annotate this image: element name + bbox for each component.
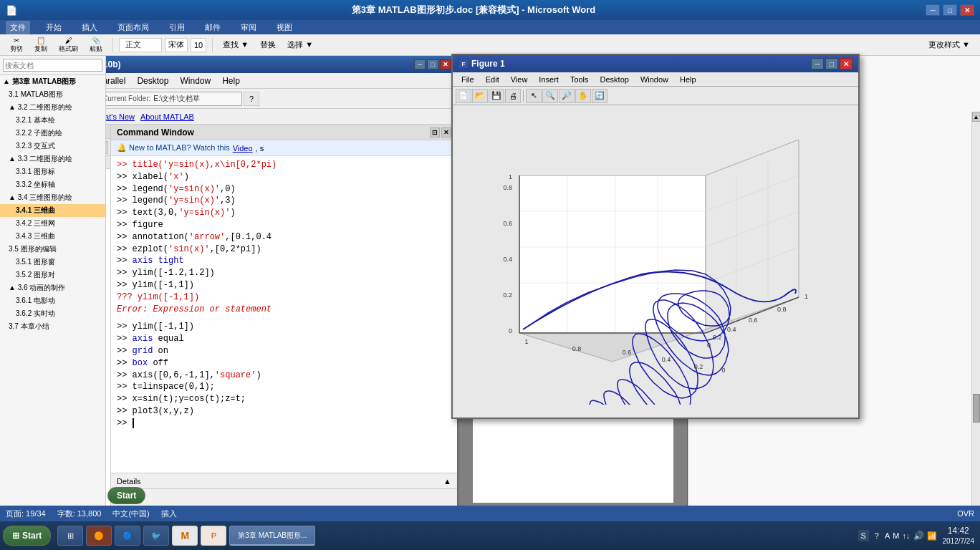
nav-item-3-3[interactable]: ▲ 3.3 二维图形的绘 [0,153,105,165]
nav-item-3-6[interactable]: ▲ 3.6 动画的制作 [0,281,105,294]
nav-item-3-4-2[interactable]: 3.4.2 三维网 [0,217,105,230]
nav-item-ch3[interactable]: ▲ 第3章 MATLAB图形 [0,75,105,88]
clock[interactable]: 14:42 2012/7/24 [940,526,978,546]
fig-tool-rotate[interactable]: 🔄 [592,89,607,103]
nav-item-3-2-3[interactable]: 3.2.3 交互式 [0,140,105,153]
nav-item-3-4-1[interactable]: 3.4.1 三维曲 [0,204,105,217]
fig-tool-cursor[interactable]: ↖ [526,89,542,103]
about-matlab-link[interactable]: About MATLAB [140,112,194,121]
word-tab-start[interactable]: 开始 [42,21,66,34]
taskbar-network-icon[interactable]: 📶 [927,531,937,541]
maximize-button[interactable]: □ [943,4,957,16]
word-toolbar-format[interactable]: 🖌格式刷 [54,35,82,55]
command-window-title: Command Window [117,127,194,138]
nav-item-3-3-2[interactable]: 3.3.2 坐标轴 [0,178,105,191]
app-icon: 📄 [6,5,17,16]
word-toolbar-paste[interactable]: 📎粘贴 [85,35,107,55]
fig-menu-file[interactable]: File [456,74,480,85]
nav-item-3-2-1[interactable]: 3.2.1 基本绘 [0,114,105,127]
word-tab-review[interactable]: 审阅 [236,21,261,34]
word-tab-file[interactable]: 文件 [6,21,30,34]
fig-menu-edit[interactable]: Edit [480,74,505,85]
scrollbar-thumb[interactable] [973,394,980,423]
close-button[interactable]: ✕ [960,4,974,16]
svg-text:0: 0 [707,342,711,349]
matlab-menu-desktop[interactable]: Desktop [131,74,174,87]
word-change-style-button[interactable]: 更改样式 ▼ [924,38,974,52]
fig-menu-window[interactable]: Window [635,74,674,85]
fig-menu-insert[interactable]: Insert [533,74,565,85]
word-tab-layout[interactable]: 页面布局 [113,21,153,34]
nav-item-3-5-2[interactable]: 3.5.2 图形对 [0,269,105,281]
cmd-expand-button[interactable]: ⊡ [430,127,440,138]
word-replace-button[interactable]: 替换 [256,38,280,52]
fig-menu-view[interactable]: View [505,74,534,85]
fig-tool-new[interactable]: 📄 [456,89,471,103]
figure-close-button[interactable]: ✕ [840,58,852,69]
nav-item-3-1[interactable]: 3.1 MATLAB图形 [0,88,105,101]
word-tab-mail[interactable]: 邮件 [201,21,225,34]
nav-item-3-2-2[interactable]: 3.2.2 子图的绘 [0,127,105,140]
word-tab-refs[interactable]: 引用 [165,21,189,34]
word-tab-view[interactable]: 视图 [272,21,297,34]
fig-tool-open[interactable]: 📂 [472,89,488,103]
fig-tool-zoom-out[interactable]: 🔎 [559,89,575,103]
taskbar-volume-icon[interactable]: 🔊 [913,531,924,541]
fig-menu-help[interactable]: Help [674,74,702,85]
nav-item-3-5[interactable]: 3.5 图形的编辑 [0,243,105,256]
svg-text:1: 1 [524,338,528,345]
nav-item-3-5-1[interactable]: 3.5.1 图形窗 [0,256,105,269]
nav-search-input[interactable] [3,59,102,72]
nav-item-3-2[interactable]: ▲ 3.2 二维图形的绘 [0,101,105,114]
minimize-button[interactable]: ─ [926,4,940,16]
taskbar-ime[interactable]: S [858,530,869,541]
cmd-line-2: >> xlabel('x') [117,171,451,183]
figure-min-button[interactable]: ─ [811,58,824,69]
fig-tool-zoom-in[interactable]: 🔍 [542,89,558,103]
matlab-min-button[interactable]: ─ [414,59,426,69]
nav-item-3-7[interactable]: 3.7 本章小结 [0,320,105,333]
figure-max-button[interactable]: □ [825,58,838,69]
cmd-close-button[interactable]: ✕ [441,127,451,138]
fig-menu-tools[interactable]: Tools [565,74,595,85]
cmd-line-5: >> text(3,0,'y=sin(x)') [117,207,451,219]
video-link[interactable]: Video [233,144,253,153]
taskbar-app-4[interactable]: 🐦 [143,526,169,546]
matlab-close-button[interactable]: ✕ [440,59,451,69]
taskbar-app-1[interactable]: ⊞ [57,526,83,546]
taskbar-app-3[interactable]: 🔵 [115,526,140,546]
scrollbar-up-button[interactable]: ▲ [972,112,981,122]
start-button[interactable]: Start [107,487,145,504]
taskbar-word-app[interactable]: 第3章 MATLAB图形... [229,526,315,546]
matlab-menu-help[interactable]: Help [216,74,246,87]
fig-tool-pan[interactable]: ✋ [575,89,591,103]
nav-item-3-3-1[interactable]: 3.3.1 图形标 [0,165,105,178]
nav-item-3-4-3[interactable]: 3.4.3 三维曲 [0,230,105,243]
fig-menu-desktop[interactable]: Desktop [595,74,635,85]
svg-text:0.8: 0.8 [777,306,787,313]
help-button[interactable]: ? [244,92,259,106]
expand-details-button[interactable]: ▲ [443,477,451,486]
start-button[interactable]: ⊞ Start [3,526,51,546]
nav-item-3-6-1[interactable]: 3.6.1 电影动 [0,294,105,307]
fig-tool-print[interactable]: 🖨 [505,89,521,103]
cmd-input-line[interactable]: >> [117,418,451,430]
word-find-button[interactable]: 查找 ▼ [218,38,253,52]
svg-text:0.2: 0.2 [694,363,703,370]
word-select-button[interactable]: 选择 ▼ [283,38,317,52]
taskbar-help[interactable]: ? [872,530,882,541]
word-tab-insert[interactable]: 插入 [77,21,102,34]
matlab-menu-window[interactable]: Window [174,74,216,87]
nav-item-3-4[interactable]: ▲ 3.4 三维图形的绘 [0,191,105,204]
cmd-line-4: >> legend('y=sin(x)',3) [117,195,451,207]
taskbar-app-2[interactable]: 🟠 [86,526,112,546]
matlab-max-button[interactable]: □ [427,59,438,69]
start-label: Start [22,531,42,541]
word-toolbar-cut[interactable]: ✂剪切 [6,35,27,55]
taskbar-matlab-app[interactable]: M [172,526,198,546]
word-toolbar-copy[interactable]: 📋复制 [30,35,52,55]
taskbar-pp-app[interactable]: P [201,526,226,546]
fig-tool-save[interactable]: 💾 [489,89,504,103]
command-body[interactable]: >> title('y=sin(x),x\in[0,2*pi) >> xlabe… [111,156,457,473]
nav-item-3-6-2[interactable]: 3.6.2 实时动 [0,307,105,320]
